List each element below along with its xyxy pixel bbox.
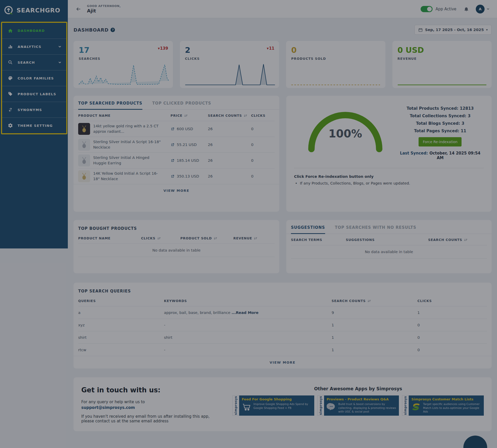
col-clicks[interactable]: CLICKS [141, 236, 180, 240]
tab-top-clicked-products[interactable]: TOP CLICKED PRODUCTS [152, 101, 211, 109]
avatar[interactable]: A [476, 5, 485, 13]
view-more-button[interactable]: VIEW MORE [74, 356, 492, 369]
back-arrow-icon[interactable] [76, 6, 81, 12]
last-synced: Last Synced:October, 14 2025 09:54 AM [397, 151, 484, 160]
gear-icon [8, 123, 13, 128]
total-collections-synced: Total Collections Synced: 3 [410, 114, 471, 118]
query-clicks: 1 [418, 311, 487, 315]
query-search-counts: 1 [332, 323, 418, 327]
query-text: shirt [78, 335, 164, 340]
col-search-terms: SEARCH TERMS [291, 238, 346, 242]
table-row: Sterling Silver Initial A Script 16-18" … [78, 137, 275, 152]
query-text: a [78, 311, 164, 315]
date-range-picker[interactable]: Sep, 17 2025 - Oct, 16 2025 ▾ [414, 25, 492, 35]
product-image [78, 139, 90, 151]
query-text: xyz [78, 323, 164, 327]
top-queries-table: a approx, bail, base, brand, brilliance … [78, 306, 487, 356]
sidebar-menu-highlight: DASHBOARD ANALYTICS SEARCH COLOR FAMILIE… [1, 22, 67, 134]
app-banner-feed-for-google-shopping[interactable]: simprosys Feed For Google Shopping Impro… [232, 395, 314, 416]
bullet-icon: • [295, 181, 297, 185]
top-products-card: TOP SEARCHED PRODUCTS TOP CLICKED PRODUC… [74, 96, 279, 212]
sidebar-item-label: PRODUCT LABELS [18, 92, 62, 96]
sidebar-item-theme-setting[interactable]: THEME SETTING [2, 117, 66, 133]
sidebar-item-search[interactable]: SEARCH [2, 54, 66, 70]
app-active-toggle[interactable] [421, 6, 433, 12]
col-price[interactable]: PRICE [171, 114, 208, 117]
col-clicks: CLICKS [251, 114, 275, 117]
sort-icon [244, 114, 247, 117]
sidebar: SEARCHGRO DASHBOARD ANALYTICS SEARCH COL… [0, 0, 68, 248]
col-product-sold[interactable]: PRODUCT SOLD [180, 236, 233, 240]
col-clicks: CLICKS [418, 299, 487, 303]
clicks-sparkline [183, 63, 276, 86]
simprosys-brand-strip: simprosys [317, 395, 324, 416]
top-products-table: 14kt yellow gold ring with a 2.5 CT appr… [78, 121, 275, 184]
sync-status-card: 100% Total Products Synced: 12813 Total … [286, 96, 492, 212]
col-product-name: PRODUCT NAME [78, 236, 141, 240]
query-search-counts: 9 [332, 311, 418, 315]
product-price: 350.13 USD [177, 174, 199, 178]
contact-title: Get in touch with us: [81, 386, 221, 394]
help-icon[interactable]: ? [111, 28, 115, 32]
sidebar-item-analytics[interactable]: ANALYTICS [2, 39, 66, 54]
read-more-link[interactable]: ...Read More [231, 311, 258, 315]
bell-icon[interactable] [464, 6, 469, 12]
chevron-down-icon[interactable] [486, 7, 490, 11]
sidebar-item-color-families[interactable]: COLOR FAMILIES [2, 70, 66, 86]
query-clicks: 0 [418, 348, 487, 352]
bar-chart-icon [8, 44, 13, 49]
sort-icon [214, 237, 217, 240]
s-swoosh-icon [411, 402, 421, 412]
stat-card-products-sold: 0 PRODUCTS SOLD [286, 41, 385, 88]
sidebar-item-synonyms[interactable]: SYNONYMS [2, 102, 66, 117]
product-clicks: 0 [251, 143, 275, 147]
keywords-text: - [164, 348, 332, 352]
sidebar-item-label: SEARCH [18, 61, 58, 64]
contact-block: Get in touch with us: For any query or h… [81, 386, 221, 423]
app-banner-proviews[interactable]: simprosys Proviews - Product Reviews Q&A… [317, 395, 399, 416]
chevron-down-icon[interactable] [58, 61, 62, 64]
topbar: GOOD AFTERNOON, Ajit App Active A [68, 0, 497, 18]
sidebar-item-product-labels[interactable]: PRODUCT LABELS [2, 86, 66, 102]
query-search-counts: 1 [332, 348, 418, 352]
top-bought-title: TOP BOUGHT PRODUCTS [74, 220, 279, 232]
chevron-down-icon[interactable] [58, 45, 62, 48]
table-row: a approx, bail, base, brand, brilliance … [78, 306, 487, 319]
searches-sparkline [77, 63, 170, 86]
app-banner-customer-match-lists[interactable]: simprosys Simprosys Customer Match Lists… [402, 395, 484, 416]
tab-top-searched-products[interactable]: TOP SEARCHED PRODUCTS [78, 101, 142, 110]
col-search-counts[interactable]: SEARCH COUNTS [428, 238, 487, 242]
col-revenue[interactable]: REVENUE [233, 236, 275, 240]
app-banner-title: Proviews - Product Reviews Q&A [327, 397, 397, 401]
top-bought-products-card: TOP BOUGHT PRODUCTS PRODUCT NAME CLICKS … [74, 220, 279, 273]
support-email-link[interactable]: support@simprosys.com [81, 405, 221, 410]
product-search-counts: 26 [208, 143, 251, 147]
col-search-counts[interactable]: SEARCH COUNTS [208, 114, 251, 117]
sort-icon [367, 299, 371, 303]
external-link-icon[interactable] [171, 174, 174, 178]
simprosys-brand-strip: simprosys [232, 395, 239, 416]
sort-icon [157, 237, 161, 240]
sidebar-item-dashboard[interactable]: DASHBOARD [2, 23, 66, 39]
external-link-icon[interactable] [171, 159, 174, 163]
query-clicks: 0 [418, 335, 487, 340]
col-search-counts[interactable]: SEARCH COUNTS [332, 299, 418, 303]
external-link-icon[interactable] [171, 143, 174, 147]
app-banner-desc: Improve Google Shopping Ads Spend by Goo… [253, 402, 312, 410]
product-search-counts: 26 [208, 158, 251, 163]
view-more-button[interactable]: VIEW MORE [74, 184, 279, 197]
product-search-counts: 26 [208, 174, 251, 178]
tab-no-results[interactable]: TOP SEARCHES WITH NO RESULTS [335, 225, 416, 234]
tab-suggestions[interactable]: SUGGESTIONS [291, 225, 325, 234]
product-clicks: 0 [251, 127, 275, 131]
external-link-icon[interactable] [171, 127, 174, 131]
stat-label: REVENUE [398, 57, 487, 61]
stat-delta: ▾11 [267, 46, 274, 51]
chat-widget-button[interactable] [463, 436, 487, 448]
toggle-knob [427, 7, 432, 11]
delta-down-icon: ▾ [267, 46, 269, 51]
force-reindexation-button[interactable]: Force Re-indexation [419, 137, 462, 146]
palette-icon [8, 76, 13, 81]
sidebar-item-label: THEME SETTING [18, 124, 62, 128]
query-clicks: 0 [418, 323, 487, 327]
